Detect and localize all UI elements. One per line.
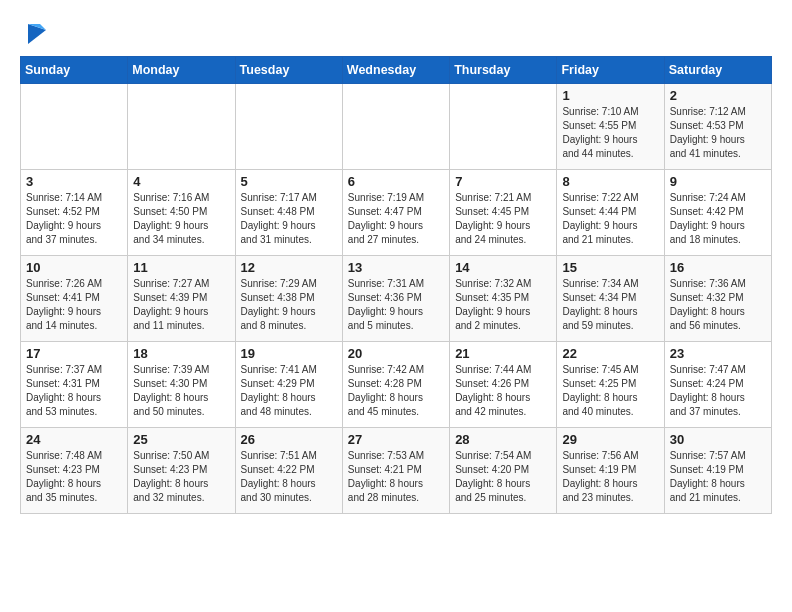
- day-number: 5: [241, 174, 337, 189]
- calendar-cell: [128, 84, 235, 170]
- day-number: 21: [455, 346, 551, 361]
- logo-icon: [22, 20, 50, 48]
- weekday-header-tuesday: Tuesday: [235, 57, 342, 84]
- day-number: 11: [133, 260, 229, 275]
- calendar-cell: 11Sunrise: 7:27 AM Sunset: 4:39 PM Dayli…: [128, 256, 235, 342]
- day-number: 27: [348, 432, 444, 447]
- day-number: 16: [670, 260, 766, 275]
- day-info: Sunrise: 7:48 AM Sunset: 4:23 PM Dayligh…: [26, 449, 122, 505]
- day-number: 14: [455, 260, 551, 275]
- day-info: Sunrise: 7:22 AM Sunset: 4:44 PM Dayligh…: [562, 191, 658, 247]
- weekday-header-thursday: Thursday: [450, 57, 557, 84]
- calendar-cell: [235, 84, 342, 170]
- day-number: 23: [670, 346, 766, 361]
- day-info: Sunrise: 7:54 AM Sunset: 4:20 PM Dayligh…: [455, 449, 551, 505]
- calendar-cell: 20Sunrise: 7:42 AM Sunset: 4:28 PM Dayli…: [342, 342, 449, 428]
- day-info: Sunrise: 7:50 AM Sunset: 4:23 PM Dayligh…: [133, 449, 229, 505]
- calendar-cell: 12Sunrise: 7:29 AM Sunset: 4:38 PM Dayli…: [235, 256, 342, 342]
- calendar-cell: 1Sunrise: 7:10 AM Sunset: 4:55 PM Daylig…: [557, 84, 664, 170]
- calendar-cell: [342, 84, 449, 170]
- day-info: Sunrise: 7:56 AM Sunset: 4:19 PM Dayligh…: [562, 449, 658, 505]
- calendar-cell: 30Sunrise: 7:57 AM Sunset: 4:19 PM Dayli…: [664, 428, 771, 514]
- calendar-week-row: 24Sunrise: 7:48 AM Sunset: 4:23 PM Dayli…: [21, 428, 772, 514]
- calendar-cell: 8Sunrise: 7:22 AM Sunset: 4:44 PM Daylig…: [557, 170, 664, 256]
- calendar-cell: 24Sunrise: 7:48 AM Sunset: 4:23 PM Dayli…: [21, 428, 128, 514]
- calendar-cell: 29Sunrise: 7:56 AM Sunset: 4:19 PM Dayli…: [557, 428, 664, 514]
- calendar-cell: 15Sunrise: 7:34 AM Sunset: 4:34 PM Dayli…: [557, 256, 664, 342]
- calendar-cell: 22Sunrise: 7:45 AM Sunset: 4:25 PM Dayli…: [557, 342, 664, 428]
- day-number: 7: [455, 174, 551, 189]
- day-number: 9: [670, 174, 766, 189]
- day-info: Sunrise: 7:12 AM Sunset: 4:53 PM Dayligh…: [670, 105, 766, 161]
- calendar-cell: 4Sunrise: 7:16 AM Sunset: 4:50 PM Daylig…: [128, 170, 235, 256]
- day-info: Sunrise: 7:29 AM Sunset: 4:38 PM Dayligh…: [241, 277, 337, 333]
- calendar-cell: 18Sunrise: 7:39 AM Sunset: 4:30 PM Dayli…: [128, 342, 235, 428]
- day-info: Sunrise: 7:53 AM Sunset: 4:21 PM Dayligh…: [348, 449, 444, 505]
- calendar-cell: 28Sunrise: 7:54 AM Sunset: 4:20 PM Dayli…: [450, 428, 557, 514]
- calendar-cell: 16Sunrise: 7:36 AM Sunset: 4:32 PM Dayli…: [664, 256, 771, 342]
- day-info: Sunrise: 7:42 AM Sunset: 4:28 PM Dayligh…: [348, 363, 444, 419]
- day-info: Sunrise: 7:44 AM Sunset: 4:26 PM Dayligh…: [455, 363, 551, 419]
- calendar-cell: 14Sunrise: 7:32 AM Sunset: 4:35 PM Dayli…: [450, 256, 557, 342]
- day-info: Sunrise: 7:57 AM Sunset: 4:19 PM Dayligh…: [670, 449, 766, 505]
- calendar-cell: 6Sunrise: 7:19 AM Sunset: 4:47 PM Daylig…: [342, 170, 449, 256]
- calendar-week-row: 1Sunrise: 7:10 AM Sunset: 4:55 PM Daylig…: [21, 84, 772, 170]
- logo: [20, 20, 50, 48]
- day-number: 10: [26, 260, 122, 275]
- day-number: 1: [562, 88, 658, 103]
- day-number: 13: [348, 260, 444, 275]
- calendar-cell: [21, 84, 128, 170]
- day-number: 24: [26, 432, 122, 447]
- calendar-table: SundayMondayTuesdayWednesdayThursdayFrid…: [20, 56, 772, 514]
- day-number: 2: [670, 88, 766, 103]
- day-info: Sunrise: 7:14 AM Sunset: 4:52 PM Dayligh…: [26, 191, 122, 247]
- calendar-week-row: 17Sunrise: 7:37 AM Sunset: 4:31 PM Dayli…: [21, 342, 772, 428]
- day-info: Sunrise: 7:47 AM Sunset: 4:24 PM Dayligh…: [670, 363, 766, 419]
- day-number: 6: [348, 174, 444, 189]
- calendar-cell: 19Sunrise: 7:41 AM Sunset: 4:29 PM Dayli…: [235, 342, 342, 428]
- day-info: Sunrise: 7:45 AM Sunset: 4:25 PM Dayligh…: [562, 363, 658, 419]
- day-info: Sunrise: 7:26 AM Sunset: 4:41 PM Dayligh…: [26, 277, 122, 333]
- calendar-cell: 17Sunrise: 7:37 AM Sunset: 4:31 PM Dayli…: [21, 342, 128, 428]
- day-info: Sunrise: 7:10 AM Sunset: 4:55 PM Dayligh…: [562, 105, 658, 161]
- day-info: Sunrise: 7:34 AM Sunset: 4:34 PM Dayligh…: [562, 277, 658, 333]
- day-info: Sunrise: 7:36 AM Sunset: 4:32 PM Dayligh…: [670, 277, 766, 333]
- day-number: 20: [348, 346, 444, 361]
- weekday-header-sunday: Sunday: [21, 57, 128, 84]
- day-info: Sunrise: 7:17 AM Sunset: 4:48 PM Dayligh…: [241, 191, 337, 247]
- calendar-cell: 13Sunrise: 7:31 AM Sunset: 4:36 PM Dayli…: [342, 256, 449, 342]
- calendar-cell: 23Sunrise: 7:47 AM Sunset: 4:24 PM Dayli…: [664, 342, 771, 428]
- day-number: 22: [562, 346, 658, 361]
- calendar-cell: 26Sunrise: 7:51 AM Sunset: 4:22 PM Dayli…: [235, 428, 342, 514]
- day-number: 12: [241, 260, 337, 275]
- weekday-header-friday: Friday: [557, 57, 664, 84]
- calendar-cell: 7Sunrise: 7:21 AM Sunset: 4:45 PM Daylig…: [450, 170, 557, 256]
- day-info: Sunrise: 7:37 AM Sunset: 4:31 PM Dayligh…: [26, 363, 122, 419]
- day-number: 28: [455, 432, 551, 447]
- weekday-header-saturday: Saturday: [664, 57, 771, 84]
- day-number: 4: [133, 174, 229, 189]
- day-info: Sunrise: 7:16 AM Sunset: 4:50 PM Dayligh…: [133, 191, 229, 247]
- day-number: 3: [26, 174, 122, 189]
- weekday-header-row: SundayMondayTuesdayWednesdayThursdayFrid…: [21, 57, 772, 84]
- day-number: 25: [133, 432, 229, 447]
- day-number: 19: [241, 346, 337, 361]
- weekday-header-wednesday: Wednesday: [342, 57, 449, 84]
- calendar-cell: 3Sunrise: 7:14 AM Sunset: 4:52 PM Daylig…: [21, 170, 128, 256]
- weekday-header-monday: Monday: [128, 57, 235, 84]
- day-info: Sunrise: 7:41 AM Sunset: 4:29 PM Dayligh…: [241, 363, 337, 419]
- day-info: Sunrise: 7:19 AM Sunset: 4:47 PM Dayligh…: [348, 191, 444, 247]
- day-number: 18: [133, 346, 229, 361]
- day-info: Sunrise: 7:31 AM Sunset: 4:36 PM Dayligh…: [348, 277, 444, 333]
- header: [20, 16, 772, 48]
- calendar-cell: 21Sunrise: 7:44 AM Sunset: 4:26 PM Dayli…: [450, 342, 557, 428]
- day-info: Sunrise: 7:51 AM Sunset: 4:22 PM Dayligh…: [241, 449, 337, 505]
- calendar-cell: [450, 84, 557, 170]
- day-info: Sunrise: 7:21 AM Sunset: 4:45 PM Dayligh…: [455, 191, 551, 247]
- day-number: 15: [562, 260, 658, 275]
- calendar-cell: 10Sunrise: 7:26 AM Sunset: 4:41 PM Dayli…: [21, 256, 128, 342]
- day-number: 26: [241, 432, 337, 447]
- calendar-cell: 27Sunrise: 7:53 AM Sunset: 4:21 PM Dayli…: [342, 428, 449, 514]
- day-info: Sunrise: 7:32 AM Sunset: 4:35 PM Dayligh…: [455, 277, 551, 333]
- calendar-week-row: 10Sunrise: 7:26 AM Sunset: 4:41 PM Dayli…: [21, 256, 772, 342]
